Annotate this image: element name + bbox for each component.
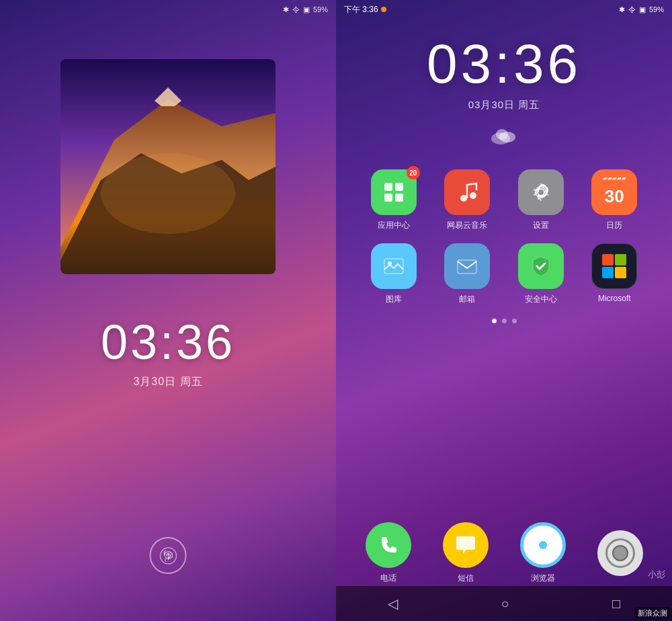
gallery-icon (371, 243, 417, 289)
security-icon (518, 243, 564, 289)
app-gallery[interactable]: 图库 (363, 243, 425, 305)
status-icons-right: ✱ 令 ▣ 59% (619, 5, 664, 15)
svg-rect-11 (384, 194, 392, 202)
back-button[interactable]: ◁ (374, 590, 411, 617)
fingerprint-icon[interactable] (150, 537, 187, 574)
app-appstore[interactable]: 20 应用中心 (363, 169, 425, 231)
mail-label: 邮箱 (459, 294, 475, 305)
svg-rect-20 (458, 260, 476, 274)
dock-sms[interactable]: 短信 (443, 522, 489, 584)
microsoft-icon (591, 243, 637, 289)
recent-button[interactable]: □ (599, 591, 634, 617)
security-label: 安全中心 (525, 294, 557, 305)
nav-bar: ◁ ○ □ (336, 586, 672, 621)
svg-point-13 (460, 195, 467, 202)
sms-label: 短信 (458, 573, 474, 584)
browser-label: 浏览器 (531, 573, 555, 584)
status-time-right: 下午 3:36 (344, 4, 386, 15)
lock-time: 03:36 (101, 315, 235, 370)
dot-1 (492, 319, 497, 323)
ms-cell-word (602, 254, 614, 265)
dot-2 (502, 319, 507, 323)
music-icon (444, 169, 490, 215)
phone-icon (366, 522, 411, 568)
page-dots (492, 319, 517, 323)
svg-rect-12 (395, 194, 403, 202)
battery-right: 59% (649, 5, 664, 13)
lock-date: 3月30日 周五 (133, 375, 202, 389)
status-bar-left: ✱ 令 ▣ 59% (0, 0, 336, 19)
settings-label: 设置 (533, 220, 549, 231)
ms-cell-outlook (615, 267, 626, 278)
signal-icon-right: ▣ (639, 5, 646, 14)
phone-left: ✱ 令 ▣ 59% (0, 0, 336, 621)
time-label: 下午 3:36 (344, 4, 378, 15)
battery-left: 59% (313, 5, 328, 13)
wifi-icon-right: 令 (628, 5, 636, 15)
weather-icon (487, 124, 521, 153)
camera-icon (597, 530, 643, 576)
watermark: 小彭 (648, 569, 665, 581)
dock-camera[interactable] (597, 530, 643, 576)
wifi-icon-left: 令 (292, 5, 300, 15)
home-time: 03:36 (427, 32, 581, 95)
svg-rect-10 (395, 183, 403, 191)
bluetooth-icon-left: ✱ (283, 5, 289, 14)
app-calendar[interactable]: ▰▰▰▰▰ 30 日历 (584, 169, 646, 231)
dock-phone[interactable]: 电话 (366, 522, 411, 584)
svg-point-8 (496, 129, 508, 140)
phone-label: 电话 (380, 573, 396, 584)
app-microsoft[interactable]: Microsoft (584, 243, 646, 305)
microsoft-label: Microsoft (598, 294, 631, 303)
sina-logo: 新浪众测 (634, 607, 671, 620)
music-label: 网易云音乐 (447, 220, 487, 231)
svg-point-14 (470, 192, 476, 199)
ms-cell-powerpoint (602, 267, 614, 278)
settings-icon (518, 169, 564, 215)
appstore-badge: 20 (407, 166, 420, 179)
home-date: 03月30日 周五 (468, 99, 540, 112)
dock: 电话 短信 浏览器 (336, 522, 672, 584)
bluetooth-icon-right: ✱ (619, 5, 625, 14)
gallery-label: 图库 (386, 294, 402, 305)
home-button[interactable]: ○ (487, 591, 522, 617)
sms-icon (443, 522, 489, 568)
svg-rect-9 (384, 183, 392, 191)
appstore-label: 应用中心 (378, 220, 410, 231)
mail-icon (444, 243, 490, 289)
album-art (60, 59, 276, 274)
signal-icon-left: ▣ (303, 5, 310, 14)
app-security[interactable]: 安全中心 (510, 243, 572, 305)
calendar-icon: ▰▰▰▰▰ 30 (591, 169, 637, 215)
svg-point-4 (101, 153, 235, 234)
dock-browser[interactable]: 浏览器 (520, 522, 566, 584)
ms-cell-excel (615, 254, 626, 265)
app-music[interactable]: 网易云音乐 (437, 169, 499, 231)
phone-right: 下午 3:36 ✱ 令 ▣ 59% 03:36 03月30日 周五 20 (336, 0, 672, 621)
app-grid-row1: 20 应用中心 网易云音乐 (356, 169, 652, 305)
browser-icon (520, 522, 566, 568)
app-mail[interactable]: 邮箱 (437, 243, 499, 305)
app-settings[interactable]: 设置 (510, 169, 572, 231)
calendar-label: 日历 (606, 220, 622, 231)
dot-3 (512, 319, 517, 323)
status-bar-right: 下午 3:36 ✱ 令 ▣ 59% (336, 0, 672, 19)
orange-dot (381, 7, 386, 12)
